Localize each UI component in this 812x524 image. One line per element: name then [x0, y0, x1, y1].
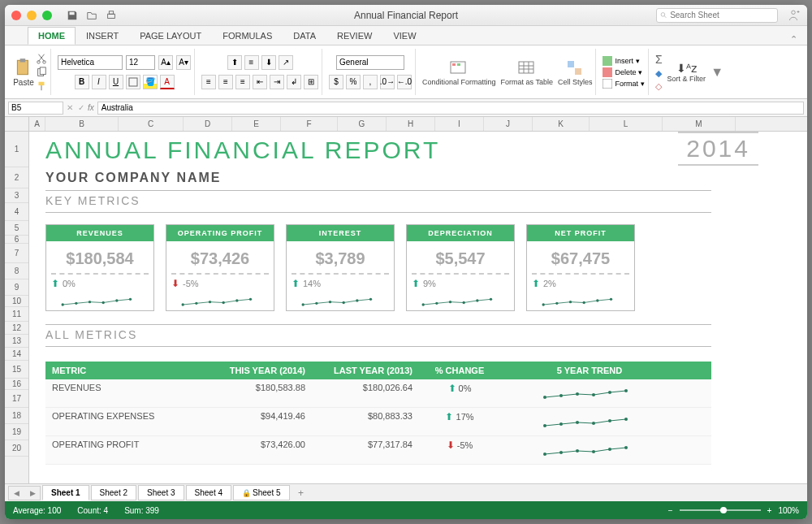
- align-middle-icon[interactable]: ≡: [244, 55, 259, 70]
- fill-color-button[interactable]: 🪣: [143, 75, 158, 89]
- fill-icon[interactable]: ◆: [655, 68, 663, 79]
- col-header[interactable]: C: [119, 117, 184, 131]
- row-header[interactable]: 18: [5, 408, 28, 424]
- minimize-button[interactable]: [27, 11, 37, 20]
- sheet-prev-icon[interactable]: ◀: [9, 487, 24, 500]
- filter-funnel-icon[interactable]: ▼: [710, 65, 723, 80]
- currency-icon[interactable]: $: [329, 75, 343, 89]
- col-header[interactable]: D: [184, 117, 232, 131]
- row-header[interactable]: 20: [5, 440, 28, 457]
- search-input[interactable]: [670, 11, 774, 19]
- indent-increase-icon[interactable]: ⇥: [270, 75, 284, 89]
- row-header[interactable]: 12: [5, 322, 28, 335]
- merge-cells-icon[interactable]: ⊞: [304, 75, 318, 89]
- search-box[interactable]: [656, 8, 778, 23]
- zoom-slider[interactable]: [680, 509, 761, 511]
- sort-filter-button[interactable]: ⬇ᴬᴢ Sort & Filter: [667, 62, 706, 83]
- tab-page-layout[interactable]: PAGE LAYOUT: [129, 27, 212, 45]
- autosum-icon[interactable]: Σ: [655, 53, 663, 66]
- col-header[interactable]: E: [232, 117, 281, 131]
- italic-button[interactable]: I: [92, 75, 106, 89]
- col-header[interactable]: H: [387, 117, 435, 131]
- spreadsheet-grid[interactable]: A B C D E F G H I J K L M 1 2 3 4 5 6 7 …: [5, 117, 807, 483]
- cell-styles-button[interactable]: Cell Styles: [558, 58, 593, 86]
- font-color-button[interactable]: A: [160, 75, 175, 89]
- row-header[interactable]: 14: [5, 348, 28, 361]
- save-icon[interactable]: [67, 10, 78, 21]
- col-header[interactable]: M: [663, 117, 736, 131]
- align-left-icon[interactable]: ≡: [201, 75, 216, 89]
- row-header[interactable]: 2: [5, 167, 28, 188]
- format-painter-icon[interactable]: [36, 80, 47, 92]
- close-button[interactable]: [11, 11, 21, 20]
- row-header[interactable]: 6: [5, 236, 28, 244]
- formula-input[interactable]: [97, 102, 804, 115]
- collapse-ribbon-icon[interactable]: ⌃: [790, 34, 797, 45]
- tab-review[interactable]: REVIEW: [326, 27, 382, 45]
- decimal-increase-icon[interactable]: .0→: [380, 75, 395, 89]
- accept-formula-icon[interactable]: ✓: [78, 103, 84, 112]
- print-icon[interactable]: [106, 10, 117, 21]
- wrap-text-icon[interactable]: ↲: [287, 75, 301, 89]
- delete-cells-button[interactable]: Delete ▾: [603, 67, 645, 77]
- percent-icon[interactable]: %: [346, 75, 361, 89]
- paste-button[interactable]: Paste: [13, 57, 34, 87]
- format-as-table-button[interactable]: Format as Table: [501, 58, 553, 86]
- underline-button[interactable]: U: [109, 75, 123, 89]
- col-header[interactable]: L: [590, 117, 663, 131]
- zoom-out-icon[interactable]: −: [668, 506, 673, 515]
- clear-icon[interactable]: ◇: [655, 81, 663, 92]
- share-icon[interactable]: [786, 8, 801, 23]
- tab-formulas[interactable]: FORMULAS: [212, 27, 283, 45]
- open-icon[interactable]: [86, 10, 97, 21]
- sheet-tab[interactable]: Sheet 2: [91, 485, 136, 500]
- sheet-tab[interactable]: 🔒Sheet 5: [233, 485, 289, 500]
- col-header[interactable]: A: [29, 117, 45, 131]
- copy-icon[interactable]: [36, 67, 47, 78]
- indent-decrease-icon[interactable]: ⇤: [253, 75, 267, 89]
- row-header[interactable]: 3: [5, 188, 28, 203]
- cut-icon[interactable]: [36, 53, 47, 64]
- zoom-controls[interactable]: − + 100%: [668, 506, 799, 515]
- align-top-icon[interactable]: ⬆: [227, 55, 242, 70]
- bold-button[interactable]: B: [75, 75, 89, 89]
- decrease-font-icon[interactable]: A▾: [176, 55, 191, 70]
- row-header[interactable]: 15: [5, 361, 28, 379]
- font-size-select[interactable]: [126, 55, 155, 70]
- align-bottom-icon[interactable]: ⬇: [261, 55, 276, 70]
- col-header[interactable]: K: [533, 117, 590, 131]
- row-header[interactable]: 8: [5, 263, 28, 279]
- tab-insert[interactable]: INSERT: [76, 27, 129, 45]
- row-header[interactable]: 13: [5, 335, 28, 348]
- insert-cells-button[interactable]: Insert ▾: [603, 56, 645, 66]
- row-header[interactable]: 19: [5, 424, 28, 440]
- cancel-formula-icon[interactable]: ✕: [67, 103, 73, 112]
- sheet-tab[interactable]: Sheet 4: [186, 485, 231, 500]
- row-header[interactable]: 4: [5, 203, 28, 221]
- sheet-next-icon[interactable]: ▶: [25, 487, 40, 500]
- zoom-in-icon[interactable]: +: [767, 506, 772, 515]
- border-button[interactable]: [126, 75, 140, 89]
- format-cells-button[interactable]: Format ▾: [603, 79, 645, 89]
- row-header[interactable]: 9: [5, 279, 28, 296]
- select-all-corner[interactable]: [5, 117, 29, 132]
- align-right-icon[interactable]: ≡: [235, 75, 250, 89]
- sheet-tab[interactable]: Sheet 1: [42, 485, 89, 500]
- row-header[interactable]: 11: [5, 307, 28, 322]
- row-header[interactable]: 5: [5, 221, 28, 236]
- decimal-decrease-icon[interactable]: ←.0: [397, 75, 412, 89]
- tab-view[interactable]: VIEW: [382, 27, 426, 45]
- row-header[interactable]: 7: [5, 244, 28, 263]
- maximize-button[interactable]: [42, 11, 52, 20]
- row-header[interactable]: 16: [5, 379, 28, 390]
- orientation-icon[interactable]: ↗: [279, 55, 293, 70]
- col-header[interactable]: F: [281, 117, 338, 131]
- tab-data[interactable]: DATA: [283, 27, 326, 45]
- row-header[interactable]: 10: [5, 296, 28, 307]
- fx-label[interactable]: fx: [88, 103, 94, 112]
- conditional-formatting-button[interactable]: Conditional Formatting: [422, 58, 496, 86]
- row-header[interactable]: 17: [5, 390, 28, 408]
- number-format-select[interactable]: [336, 55, 404, 70]
- col-header[interactable]: J: [484, 117, 533, 131]
- sheet-tab[interactable]: Sheet 3: [138, 485, 184, 500]
